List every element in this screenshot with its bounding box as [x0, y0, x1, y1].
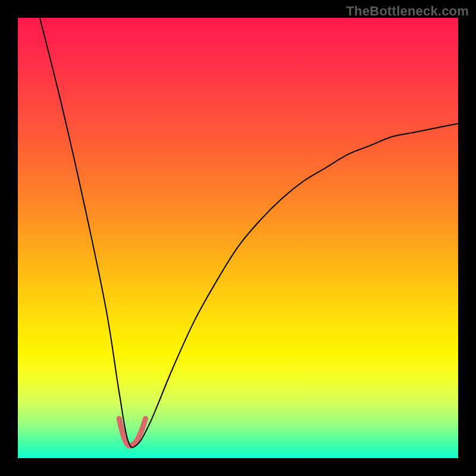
chart-frame: TheBottleneck.com — [0, 0, 476, 476]
main-curve — [40, 18, 458, 447]
curve-layer — [18, 18, 458, 458]
highlight-curve — [119, 418, 145, 446]
watermark-text: TheBottleneck.com — [346, 4, 469, 19]
plot-area — [18, 18, 458, 458]
